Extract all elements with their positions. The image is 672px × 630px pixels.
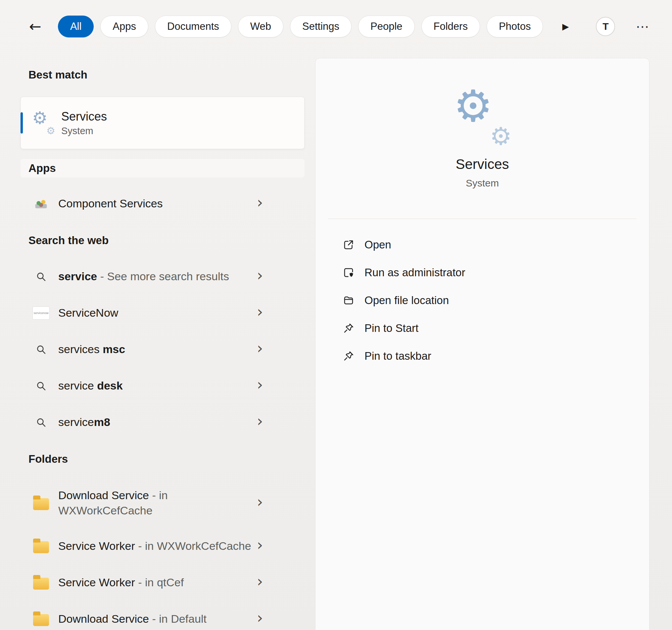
- item-label: Download Service - in WXWorkCefCache: [58, 488, 257, 518]
- filter-web[interactable]: Web: [238, 16, 283, 38]
- action-open-file-location[interactable]: Open file location: [329, 286, 636, 314]
- preview-panel: ⚙ ⚙ Services System Open Run as administ…: [315, 58, 649, 630]
- filter-folders[interactable]: Folders: [422, 16, 480, 38]
- more-options-icon[interactable]: ⋯: [635, 20, 649, 33]
- preview-subtitle: System: [315, 178, 649, 189]
- best-match-header: Best match: [21, 66, 305, 84]
- search-the-web-header: Search the web: [21, 231, 305, 250]
- web-suggestion-servicenow[interactable]: servicenow ServiceNow ›: [21, 295, 305, 331]
- pin-icon: [342, 349, 355, 363]
- folder-icon: [32, 496, 50, 510]
- search-filter-bar: ← All Apps Documents Web Settings People…: [0, 0, 672, 53]
- item-label: ServiceNow: [58, 305, 257, 321]
- item-label: Component Services: [58, 196, 257, 211]
- filter-all[interactable]: All: [58, 16, 94, 38]
- selection-accent-bar: [21, 112, 23, 134]
- search-icon: [32, 380, 50, 392]
- item-label: servicem8: [58, 415, 257, 430]
- folder-icon: [32, 539, 50, 553]
- gear-icon: ⚙: [32, 109, 48, 126]
- folder-item-download-service-wxwork[interactable]: Download Service - in WXWorkCefCache ›: [21, 478, 305, 528]
- gear-icon: ⚙: [490, 124, 512, 148]
- search-icon: [32, 344, 50, 355]
- expand-chevron-icon[interactable]: ›: [257, 537, 263, 555]
- action-pin-to-start[interactable]: Pin to Start: [329, 314, 636, 342]
- action-label: Open file location: [364, 294, 449, 307]
- action-pin-to-taskbar[interactable]: Pin to taskbar: [329, 342, 636, 370]
- action-open[interactable]: Open: [329, 231, 636, 259]
- search-icon: [32, 417, 50, 428]
- expand-chevron-icon[interactable]: ›: [257, 610, 263, 628]
- action-label: Open: [364, 238, 391, 251]
- item-label: Service Worker - in WXWorkCefCache: [58, 539, 257, 554]
- filters-overflow-icon[interactable]: ▶: [562, 22, 569, 31]
- preview-title: Services: [315, 156, 649, 172]
- expand-chevron-icon[interactable]: ›: [257, 574, 263, 591]
- component-services-icon: [32, 196, 50, 211]
- web-suggestion-servicem8[interactable]: servicem8 ›: [21, 404, 305, 441]
- folder-item-download-service-default[interactable]: Download Service - in Default ›: [21, 601, 305, 630]
- services-gear-icon: ⚙ ⚙: [32, 112, 54, 134]
- action-label: Pin to taskbar: [364, 350, 431, 363]
- action-run-as-administrator[interactable]: Run as administrator: [329, 259, 636, 286]
- filter-settings[interactable]: Settings: [290, 16, 352, 38]
- web-suggestion-services-msc[interactable]: services msc ›: [21, 331, 305, 368]
- expand-chevron-icon[interactable]: ›: [257, 267, 263, 285]
- best-match-subtitle: System: [61, 125, 107, 137]
- item-label: services msc: [58, 342, 257, 357]
- gear-icon: ⚙: [46, 126, 55, 136]
- services-app-icon: ⚙ ⚙: [451, 91, 514, 144]
- expand-chevron-icon[interactable]: ›: [257, 195, 263, 213]
- expand-chevron-icon[interactable]: ›: [257, 377, 263, 395]
- folders-header: Folders: [21, 450, 305, 468]
- filter-pills: All Apps Documents Web Settings People F…: [58, 16, 543, 38]
- item-label: Service Worker - in qtCef: [58, 575, 257, 590]
- run-admin-shield-icon: [342, 266, 355, 279]
- folder-open-icon: [342, 294, 355, 307]
- web-suggestion-service-desk[interactable]: service desk ›: [21, 368, 305, 404]
- servicenow-icon: servicenow: [32, 306, 50, 320]
- action-label: Run as administrator: [364, 266, 465, 279]
- expand-chevron-icon[interactable]: ›: [257, 341, 263, 358]
- filter-people[interactable]: People: [358, 16, 415, 38]
- folder-item-service-worker-wxwork[interactable]: Service Worker - in WXWorkCefCache ›: [21, 528, 305, 564]
- filter-apps[interactable]: Apps: [100, 16, 148, 38]
- action-label: Pin to Start: [364, 322, 418, 334]
- item-label: Download Service - in Default: [58, 611, 257, 627]
- best-match-item-services[interactable]: ⚙ ⚙ Services System: [21, 97, 305, 149]
- folder-icon: [32, 612, 50, 626]
- folder-icon: [32, 576, 50, 590]
- item-label: service - See more search results: [58, 269, 257, 284]
- user-avatar[interactable]: T: [596, 17, 615, 36]
- folder-item-service-worker-qtcef[interactable]: Service Worker - in qtCef ›: [21, 564, 305, 601]
- search-icon: [32, 271, 50, 282]
- filter-documents[interactable]: Documents: [155, 16, 232, 38]
- filter-photos[interactable]: Photos: [487, 16, 543, 38]
- gear-icon: ⚙: [454, 84, 493, 128]
- list-item-component-services[interactable]: Component Services ›: [21, 186, 305, 222]
- divider: [328, 218, 637, 219]
- expand-chevron-icon[interactable]: ›: [257, 304, 263, 322]
- web-suggestion-see-more[interactable]: service - See more search results ›: [21, 258, 305, 295]
- action-list: Open Run as administrator Open file loca…: [315, 231, 649, 370]
- back-button[interactable]: ←: [29, 19, 41, 34]
- search-results-list: Best match ⚙ ⚙ Services System Apps Comp…: [21, 56, 305, 630]
- apps-header: Apps: [21, 159, 305, 178]
- expand-chevron-icon[interactable]: ›: [257, 413, 263, 431]
- item-label: service desk: [58, 378, 257, 394]
- open-icon: [342, 238, 355, 251]
- best-match-text: Services System: [61, 110, 107, 137]
- pin-icon: [342, 322, 355, 335]
- expand-chevron-icon[interactable]: ›: [257, 494, 263, 512]
- best-match-title: Services: [61, 110, 107, 123]
